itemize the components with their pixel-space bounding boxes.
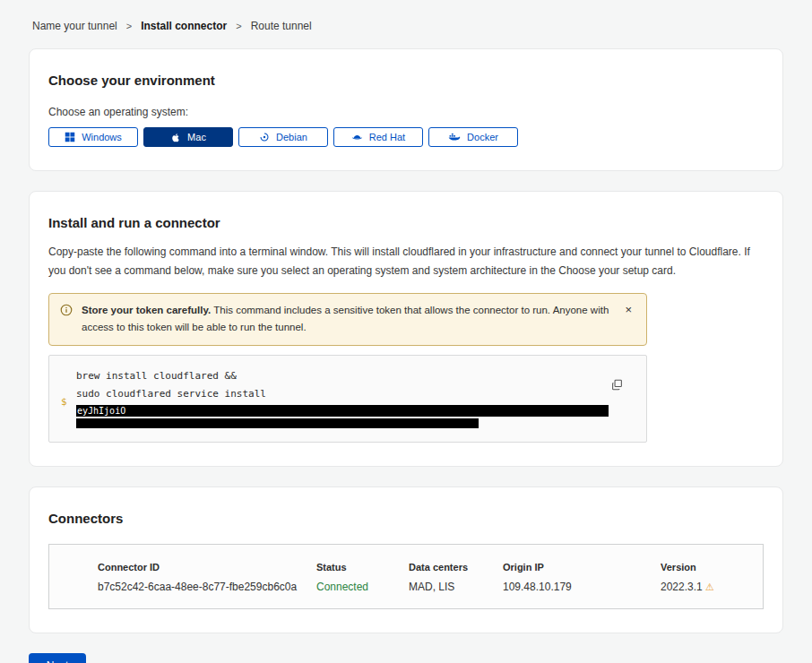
token-prefix: eyJhIjoiO <box>77 406 125 416</box>
info-icon <box>60 304 73 320</box>
install-card-title: Install and run a connector <box>48 215 764 230</box>
os-button-group: Windows Mac Debian Red Hat <box>48 127 764 147</box>
os-button-redhat[interactable]: Red Hat <box>333 127 423 147</box>
version-value: 2022.3.1 ⚠ <box>661 581 763 593</box>
data-centers-value: MAD, LIS <box>409 581 503 593</box>
connector-id-value: b7c52c42-6caa-48ee-8c77-fbe259cb6c0a <box>98 581 316 593</box>
redhat-icon <box>351 132 363 142</box>
breadcrumb-step-install-connector[interactable]: Install connector <box>141 20 227 32</box>
breadcrumb-separator: > <box>236 21 241 31</box>
docker-icon <box>448 132 461 142</box>
connectors-table: Connector ID Status Data centers Origin … <box>48 544 764 609</box>
redacted-token-line-1: eyJhIjoiO <box>76 405 609 417</box>
breadcrumb-separator: > <box>126 21 132 31</box>
redacted-token-line-2 <box>76 418 479 428</box>
os-button-label: Docker <box>467 132 498 142</box>
origin-ip-value: 109.48.10.179 <box>503 581 661 593</box>
os-button-mac[interactable]: Mac <box>143 127 233 147</box>
breadcrumb-step-route-tunnel[interactable]: Route tunnel <box>251 20 312 32</box>
connectors-table-header: Connector ID Status Data centers Origin … <box>98 562 763 573</box>
close-icon[interactable]: × <box>621 302 635 317</box>
os-button-label: Red Hat <box>369 132 405 142</box>
windows-icon <box>65 132 75 142</box>
column-header-origin-ip: Origin IP <box>503 562 661 573</box>
connectors-card-title: Connectors <box>48 511 764 526</box>
copy-icon[interactable] <box>609 377 625 395</box>
breadcrumb-step-name-tunnel[interactable]: Name your tunnel <box>32 20 117 32</box>
command-line-1: brew install cloudflared && <box>76 367 610 385</box>
table-row: b7c52c42-6caa-48ee-8c77-fbe259cb6c0a Con… <box>98 573 763 593</box>
token-warning-bold: Store your token carefully. <box>82 305 211 315</box>
os-button-docker[interactable]: Docker <box>428 127 518 147</box>
token-warning-banner: Store your token carefully. This command… <box>48 293 647 346</box>
os-select-label: Choose an operating system: <box>48 106 764 118</box>
terminal-prompt: $ <box>61 393 67 411</box>
page: Name your tunnel > Install connector > R… <box>0 0 812 663</box>
column-header-version: Version <box>661 562 763 573</box>
breadcrumb: Name your tunnel > Install connector > R… <box>29 0 783 48</box>
os-button-label: Debian <box>276 132 307 142</box>
os-button-debian[interactable]: Debian <box>238 127 328 147</box>
next-button[interactable]: Next <box>29 653 86 663</box>
os-button-label: Mac <box>187 132 206 142</box>
version-warning-icon: ⚠ <box>705 581 714 592</box>
os-button-windows[interactable]: Windows <box>48 127 138 147</box>
os-button-label: Windows <box>82 132 122 142</box>
footer: Next <box>29 653 783 663</box>
install-card: Install and run a connector Copy-paste t… <box>29 191 783 467</box>
install-description: Copy-paste the following command into a … <box>48 243 764 280</box>
connectors-card: Connectors Connector ID Status Data cent… <box>29 486 783 633</box>
install-command-block: $ brew install cloudflared && sudo cloud… <box>48 355 647 443</box>
debian-icon <box>259 132 270 142</box>
command-line-2: sudo cloudflared service install <box>76 385 610 403</box>
apple-icon <box>170 132 181 143</box>
version-number: 2022.3.1 <box>661 581 703 593</box>
environment-card-title: Choose your environment <box>48 73 764 88</box>
token-warning-text: Store your token carefully. This command… <box>82 302 612 336</box>
column-header-data-centers: Data centers <box>409 562 503 573</box>
column-header-connector-id: Connector ID <box>98 562 316 573</box>
environment-card: Choose your environment Choose an operat… <box>29 48 783 171</box>
status-badge: Connected <box>316 581 409 593</box>
column-header-status: Status <box>316 562 409 573</box>
